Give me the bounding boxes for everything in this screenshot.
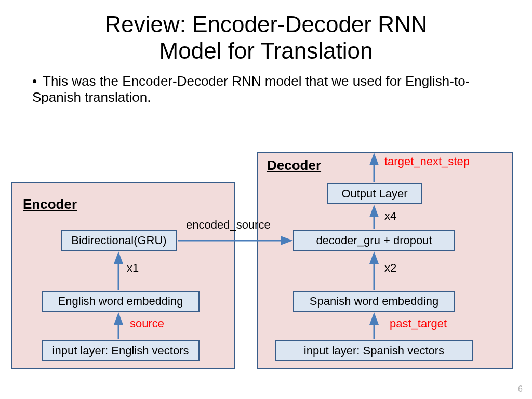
slide: Review: Encoder-Decoder RNN Model for Tr… (0, 0, 532, 399)
encoder-box-embedding: English word embedding (42, 291, 200, 312)
decoder-box-output: Output Layer (327, 183, 422, 204)
bullet-content: This was the Encoder-Decoder RNN model t… (32, 73, 470, 105)
encoder-label: Encoder (23, 196, 77, 212)
decoder-arrow-x2: x2 (384, 261, 396, 275)
encoder-arrow-source: source (130, 317, 164, 330)
bullet-text: •This was the Encoder-Decoder RNN model … (0, 64, 532, 105)
decoder-box-embedding: Spanish word embedding (293, 291, 455, 312)
decoder-arrow-target-next: target_next_step (384, 155, 470, 168)
decoder-box-input: input layer: Spanish vectors (275, 340, 473, 361)
encoder-box-input: input layer: English vectors (42, 340, 200, 361)
slide-title: Review: Encoder-Decoder RNN Model for Tr… (0, 0, 532, 64)
decoder-arrow-x4: x4 (384, 209, 396, 223)
middle-arrow-label: encoded_source (186, 218, 271, 232)
decoder-box-gru: decoder_gru + dropout (293, 230, 455, 251)
title-line-1: Review: Encoder-Decoder RNN (104, 11, 427, 37)
decoder-arrow-past-target: past_target (390, 317, 447, 330)
title-line-2: Model for Translation (159, 38, 373, 63)
bullet-dot-icon: • (32, 73, 43, 89)
decoder-label: Decoder (267, 157, 321, 174)
encoder-arrow-x1: x1 (127, 261, 139, 275)
page-number: 6 (518, 384, 523, 394)
encoder-box-bidirectional: Bidirectional(GRU) (61, 230, 177, 251)
